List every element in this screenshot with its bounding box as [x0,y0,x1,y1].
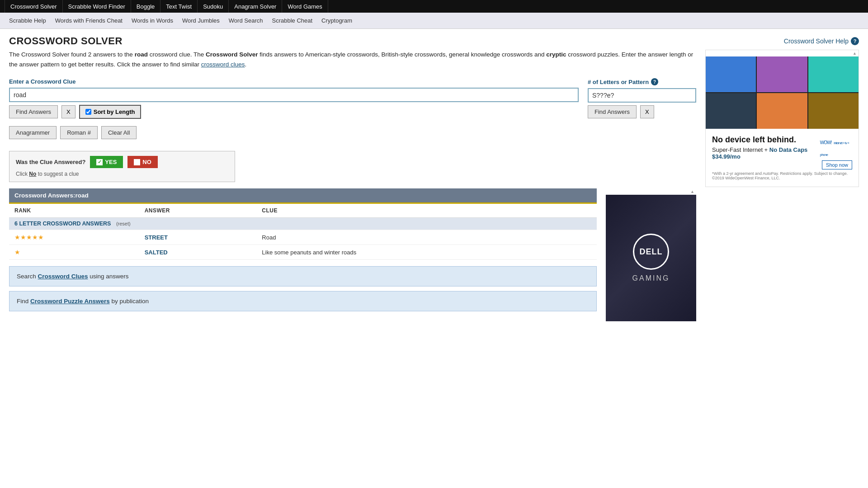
star-rating: ★ [14,249,20,256]
ad-img-4 [706,93,756,129]
results-left: Crossword Answers:road RANK ANSWER CLUE [9,188,597,321]
sec-nav-word-jumbles[interactable]: Word Jumbles [178,13,224,29]
ad-img-5 [757,93,807,129]
ad-label-top: ▲ [706,50,859,56]
no-link[interactable]: No [29,171,36,177]
nav-word-games[interactable]: Word Games [282,0,328,13]
stars-cell: ★ [9,245,139,260]
clue-answered-row: Was the Clue Answered? YES NO [16,156,228,168]
yes-button[interactable]: YES [90,156,123,168]
form-section: Enter a Crossword Clue Find Answers X So… [9,78,696,182]
sec-nav-words-with-friends[interactable]: Words with Friends Cheat [51,13,127,29]
dell-brand: DELL [640,247,663,257]
ad-img-1 [706,56,756,92]
nav-sudoku[interactable]: Sudoku [198,0,229,13]
crossword-clues-link[interactable]: crossword clues [201,61,245,68]
main-container: The Crossword Solver found 2 answers to … [0,50,868,321]
pattern-form-group: # of Letters or Pattern ? Find Answers X [588,78,696,123]
roman-number-button[interactable]: Roman # [60,126,98,139]
content-area: The Crossword Solver found 2 answers to … [9,50,696,321]
clue-form-group: Enter a Crossword Clue Find Answers X So… [9,78,579,145]
wow-logo: WOW! internet + tv + phone [820,135,852,159]
clear-all-button[interactable]: Clear All [101,126,137,139]
clue-answered-label: Was the Clue Answered? [16,159,85,165]
find-puzzle-answers-link-box: Find Crossword Puzzle Answers by publica… [9,291,597,311]
search-clues-link-box: Search Crossword Clues using answers [9,266,597,286]
sidebar: ▲ No device left behind. Super-Fast Inte… [705,50,859,321]
stars-cell: ★★★★★ [9,230,139,245]
dell-circle: DELL [633,234,669,270]
results-header: Crossword Answers:road [9,188,597,204]
find-answers-button[interactable]: Find Answers [9,105,58,118]
sec-nav-scrabble-help[interactable]: Scrabble Help [5,13,51,29]
answer-link[interactable]: STREET [145,234,168,241]
find-answers-button-2[interactable]: Find Answers [588,105,637,118]
crossword-clues-link-2[interactable]: Crossword Clues [38,273,88,280]
anagrammer-button[interactable]: Anagrammer [9,126,57,139]
help-link[interactable]: Crossword Solver Help ? [784,37,859,45]
ad-img-2 [757,56,807,92]
sort-checkbox[interactable] [85,109,91,115]
clue-answered-hint: Click No to suggest a clue [16,171,228,177]
answer-col-header: ANSWER [139,204,257,218]
yes-check-icon [96,159,103,165]
shop-now-button[interactable]: Shop now [822,160,852,169]
nav-text-twist[interactable]: Text Twist [160,0,198,13]
help-link-text: Crossword Solver Help [784,38,849,45]
wow-tagline: No device left behind. [712,135,820,145]
reset-link[interactable]: (reset) [116,221,131,226]
ad-label-2: ▲ [606,188,696,195]
page-header: CROSSWORD SOLVER Crossword Solver Help ? [0,29,868,50]
wow-fine-print: *With a 2-yr agreement and AutoPay. Rest… [712,171,852,180]
sec-nav-cryptogram[interactable]: Cryptogram [317,13,357,29]
rank-col-header: RANK [9,204,139,218]
clue-btn-row: Find Answers X Sort by Length [9,105,579,119]
star-rating: ★★★★★ [14,234,44,241]
nav-anagram-solver[interactable]: Anagram Solver [229,0,282,13]
ad-img-3 [808,56,859,92]
gaming-ad: DELL GAMING [606,195,696,321]
sec-nav-scrabble-cheat[interactable]: Scrabble Cheat [267,13,317,29]
sidebar-ad-box: ▲ No device left behind. Super-Fast Inte… [705,50,859,187]
ad-image-grid [706,56,859,129]
results-section: Crossword Answers:road RANK ANSWER CLUE [9,188,597,260]
secondary-navigation: Scrabble Help Words with Friends Cheat W… [0,13,868,29]
pattern-btn-row: Find Answers X [588,105,696,118]
group-link[interactable]: 6 LETTER CROSSWORD ANSWERS [14,221,111,227]
group-row: 6 LETTER CROSSWORD ANSWERS (reset) [9,218,597,230]
answer-cell: STREET [139,230,257,245]
sec-nav-words-in-words[interactable]: Words in Words [127,13,178,29]
nav-scrabble-word-finder[interactable]: Scrabble Word Finder [63,0,131,13]
clue-col-header: CLUE [256,204,597,218]
results-table: RANK ANSWER CLUE 6 LETTER CROSSWORD ANSW… [9,204,597,260]
page-title: CROSSWORD SOLVER [9,35,123,47]
nav-boggle[interactable]: Boggle [131,0,160,13]
clue-cell: Like some peanuts and winter roads [256,245,597,260]
clue-label: Enter a Crossword Clue [9,78,579,85]
clear-clue-button[interactable]: X [61,105,75,118]
ad-img-6 [808,93,859,129]
pattern-info-icon[interactable]: ? [651,78,658,85]
clue-input[interactable] [9,88,579,102]
crossword-puzzle-answers-link[interactable]: Crossword Puzzle Answers [30,298,110,305]
results-sidebar-ad: ▲ DELL GAMING [606,188,696,321]
sec-nav-word-search[interactable]: Word Search [224,13,268,29]
no-button[interactable]: NO [127,156,158,168]
no-check-icon [134,159,140,165]
nav-crossword-solver[interactable]: Crossword Solver [5,0,63,13]
extra-btn-row: Anagrammer Roman # Clear All [9,126,579,139]
pattern-input[interactable] [588,88,696,103]
help-icon: ? [851,37,859,45]
clue-cell: Road [256,230,597,245]
clue-answered-box: Was the Clue Answered? YES NO Click No t… [9,151,235,182]
form-row: Enter a Crossword Clue Find Answers X So… [9,78,696,145]
results-wrapper: Crossword Answers:road RANK ANSWER CLUE [9,188,696,321]
wow-ad-content: No device left behind. Super-Fast Intern… [706,129,859,187]
answer-cell: SALTED [139,245,257,260]
pattern-label: # of Letters or Pattern ? [588,78,696,85]
gaming-label: GAMING [632,274,670,282]
sort-by-length-button[interactable]: Sort by Length [79,105,142,119]
clear-pattern-button[interactable]: X [640,105,654,118]
answer-link[interactable]: SALTED [145,249,168,256]
table-row: ★★★★★ STREET Road [9,230,597,245]
